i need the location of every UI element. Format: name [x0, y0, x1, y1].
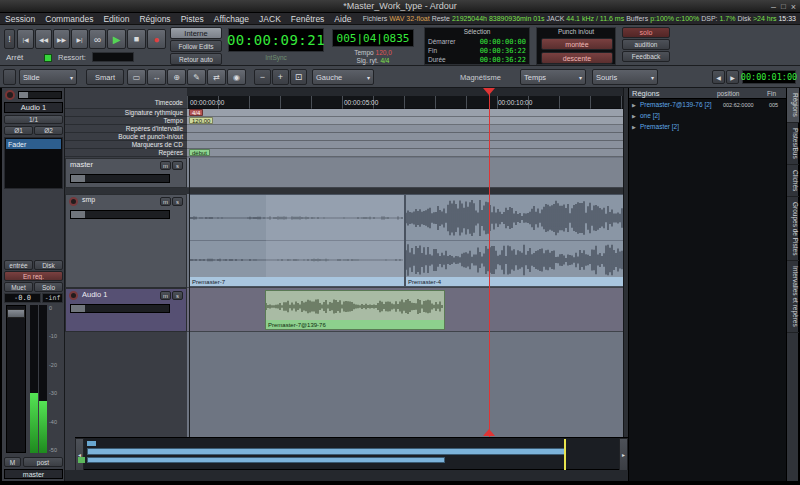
strip-record-enable-button[interactable] [5, 90, 15, 100]
zoom-out-button[interactable]: − [254, 69, 271, 85]
strip-name-button[interactable]: Audio 1 [4, 102, 63, 113]
goto-start-button[interactable]: |◀ [17, 29, 34, 49]
zoom-tool-button[interactable]: ⊕ [167, 69, 186, 85]
column-end[interactable]: Fin [767, 90, 776, 97]
auto-return-button[interactable]: Retour auto [170, 53, 222, 65]
loop-punch-ruler[interactable] [187, 133, 628, 141]
record-enable-button[interactable]: En reg. [4, 271, 63, 281]
selection-end-clock[interactable]: 00:00:36:22 [480, 47, 526, 55]
strip-input-button[interactable]: 1/1 [4, 115, 63, 124]
ruler-label-loop-punch[interactable]: Boucle et punch-in/out [65, 133, 187, 141]
summary-playhead-line[interactable] [564, 439, 566, 470]
tab-regions[interactable]: Régions [787, 88, 799, 123]
nudge-forward-button[interactable]: ▶ [726, 70, 739, 84]
menu-session[interactable]: Session [0, 14, 40, 24]
monitor-disk-button[interactable]: Disk [34, 260, 63, 270]
edit-point-dropdown[interactable]: Souris ▾ [592, 69, 658, 85]
audio1-gain-slider-handle[interactable] [71, 305, 85, 312]
ruler-label-meter[interactable]: Signature rythmique [65, 109, 187, 117]
fast-forward-button[interactable]: ▶▶ [53, 29, 70, 49]
audio1-track-lane[interactable]: Premaster-7@139-76 [187, 288, 628, 332]
smp-gain-slider-handle[interactable] [71, 211, 85, 218]
master-solo-button[interactable]: s [172, 161, 183, 170]
menu-jack[interactable]: JACK [254, 14, 286, 24]
menu-edition[interactable]: Edition [98, 14, 134, 24]
tab-snapshots[interactable]: Clichés [787, 165, 799, 197]
region-list-row[interactable]: ▶ Premaster [2] [629, 122, 787, 133]
selection-length-clock[interactable]: 00:00:36:22 [480, 56, 526, 64]
zoom-in-button[interactable]: + [272, 69, 289, 85]
smp-gain-slider[interactable] [70, 210, 170, 219]
nudge-clock[interactable]: 00:00:01:00 [742, 70, 796, 84]
expander-icon[interactable]: ▶ [632, 113, 636, 119]
master-mute-button[interactable]: m [160, 161, 171, 170]
selection-start-clock[interactable]: 00:00:00:00 [480, 38, 526, 46]
smp-track-header[interactable]: smp m s [65, 194, 187, 288]
menu-pistes[interactable]: Pistes [176, 14, 209, 24]
zoom-fit-button[interactable]: ⊡ [290, 69, 307, 85]
gain-fader-handle[interactable] [7, 309, 25, 318]
region-row-name[interactable]: one [2] [640, 112, 660, 119]
audio1-track-name[interactable]: Audio 1 [82, 290, 107, 299]
editor-canvas[interactable]: 00:00:00:00 00:00:05:00 00:00:10:00 4/4 … [187, 88, 628, 437]
expander-icon[interactable]: ▶ [632, 102, 636, 108]
loop-button[interactable]: ∞ [89, 29, 106, 49]
monitor-input-button[interactable]: entrée [4, 260, 33, 270]
audio1-mute-button[interactable]: m [160, 291, 171, 300]
maximize-button[interactable]: □ [781, 2, 786, 11]
ruler-label-tempo[interactable]: Tempo [65, 117, 187, 125]
range-ruler[interactable] [187, 125, 628, 133]
smp-track-lane[interactable]: Premaster-7 Premaster-4 [187, 194, 628, 288]
snap-mode-dropdown[interactable]: Temps ▾ [520, 69, 586, 85]
menu-aide[interactable]: Aide [329, 14, 356, 24]
tempo-ruler[interactable]: 120.00 [187, 117, 628, 125]
menu-regions[interactable]: Régions [134, 14, 175, 24]
mute-button[interactable]: Muet [4, 282, 33, 292]
master-gain-slider[interactable] [70, 174, 170, 183]
meter-mono-button[interactable]: M [4, 457, 21, 467]
zoom-focus-dropdown[interactable]: Gauche ▾ [312, 69, 374, 85]
minimize-button[interactable]: – [771, 2, 776, 12]
primary-clock[interactable]: 00:00:09:21 [228, 28, 324, 52]
draw-tool-button[interactable]: ✎ [187, 69, 206, 85]
gain-fader-track[interactable] [6, 305, 26, 453]
strip-phase-1-button[interactable]: Ø1 [4, 126, 33, 135]
column-position[interactable]: position [717, 90, 739, 97]
master-track-header[interactable]: master m s [65, 158, 187, 188]
location-marker-ruler[interactable]: début [187, 149, 628, 157]
start-location-marker[interactable]: début [189, 149, 210, 156]
region-row-name[interactable]: Premaster-7@139-76 [2] [640, 101, 712, 108]
ruler-label-markers[interactable]: Repères [65, 149, 187, 157]
region-premaster-7-139-76[interactable]: Premaster-7@139-76 [265, 290, 445, 330]
summary-scroll-right-button[interactable]: ▸ [619, 438, 628, 471]
processor-fader-entry[interactable]: Fader [6, 139, 61, 149]
secondary-clock[interactable]: 005|04|0835 [332, 29, 414, 47]
meter-point-button[interactable]: post [23, 457, 63, 467]
play-button[interactable]: ▶ [107, 29, 126, 49]
sync-source-button[interactable]: Interne [170, 27, 222, 39]
menu-affichage[interactable]: Affichage [209, 14, 254, 24]
summary-strip[interactable]: ◂ ▸ [75, 437, 628, 470]
master-track-name[interactable]: master [70, 160, 93, 169]
tab-ranges-marks[interactable]: Intervalles et repères [787, 261, 799, 333]
processor-box[interactable]: Fader [4, 137, 63, 189]
midi-panic-button[interactable]: ! [4, 29, 15, 49]
ruler-label-timecode[interactable]: Timecode [65, 96, 187, 109]
stretch-tool-button[interactable]: ⇄ [207, 69, 226, 85]
solo-alert-button[interactable]: solo [622, 27, 670, 38]
record-button[interactable]: ● [147, 29, 166, 49]
toolbar-pin-button[interactable] [3, 69, 16, 85]
smart-mode-button[interactable]: Smart [86, 69, 124, 85]
region-list-row[interactable]: ▶ one [2] [629, 111, 787, 122]
stop-button[interactable]: ■ [127, 29, 146, 49]
smp-record-enable-button[interactable] [69, 197, 78, 206]
punch-in-button[interactable]: montée [541, 38, 613, 50]
master-track-lane[interactable] [187, 158, 628, 188]
ruler-label-cd-markers[interactable]: Marqueurs de CD [65, 141, 187, 149]
meter-ruler[interactable]: 4/4 [187, 109, 628, 117]
tempo-marker[interactable]: 120.00 [189, 117, 213, 124]
meter-marker[interactable]: 4/4 [189, 109, 203, 116]
strip-width-slider-handle[interactable] [19, 92, 28, 98]
ruler-label-ranges[interactable]: Repères d'intervalle [65, 125, 187, 133]
region-row-name[interactable]: Premaster [2] [640, 123, 679, 130]
